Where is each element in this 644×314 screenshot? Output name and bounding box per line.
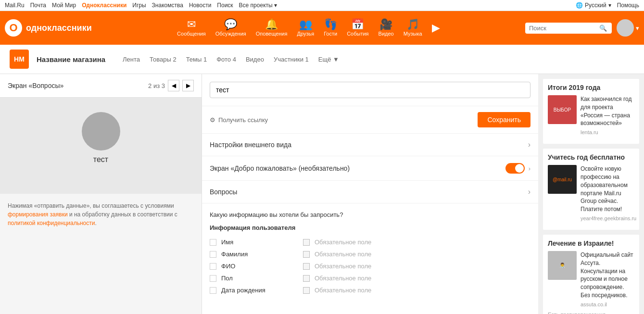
save-button[interactable]: Сохранить xyxy=(478,112,530,127)
required-checkbox-fio[interactable] xyxy=(303,263,310,270)
welcome-screen-toggle[interactable] xyxy=(505,163,525,174)
top-nav-all-projects[interactable]: Все проекты ▾ xyxy=(239,2,277,9)
messages-icon: ✉ xyxy=(187,19,196,30)
nav-music-label: Музыка xyxy=(404,31,422,37)
group-avatar: НМ xyxy=(10,50,29,69)
widget-israel-disclaimer: Есть противопоказания, проконсультируйте… xyxy=(548,311,634,314)
guests-icon: 👣 xyxy=(324,19,337,30)
widget-learn-source: year4free.geekbrains.ru xyxy=(581,215,636,221)
search-input[interactable] xyxy=(529,25,596,32)
profile-name-preview: тест xyxy=(93,155,108,164)
top-nav-pochta[interactable]: Почта xyxy=(30,2,46,9)
help-link[interactable]: Помощь xyxy=(617,2,639,9)
widget-learn-title: Учитесь год бесплатно xyxy=(548,153,634,161)
widget-israel-img: 👨‍⚕️ xyxy=(548,251,577,280)
required-checkbox-imya[interactable] xyxy=(303,239,310,246)
get-link-row: ⚙ Получить ссылку Сохранить xyxy=(202,106,538,134)
consent-end: . xyxy=(95,220,96,226)
notifications-icon: 🔔 xyxy=(265,19,278,30)
logo-text: одноклассники xyxy=(26,23,92,33)
group-nav-more-label: Ещё ▼ xyxy=(318,56,339,63)
pagination: 2 из 3 ◀ ▶ xyxy=(148,80,194,91)
widget-itogi-img: ВЫБОР xyxy=(548,95,577,124)
nav-messages[interactable]: ✉ Сообщения xyxy=(177,19,206,37)
required-label-familiya: Обязательное поле xyxy=(315,251,371,258)
group-nav-tovary[interactable]: Товары 2 xyxy=(150,56,177,63)
user-avatar[interactable] xyxy=(617,19,634,37)
profile-avatar-preview xyxy=(82,112,120,151)
welcome-screen-label: Экран «Добро пожаловать» (необязательно) xyxy=(210,164,350,172)
field-checkbox-dob[interactable] xyxy=(210,287,216,294)
group-nav-foto[interactable]: Фото 4 xyxy=(216,56,236,63)
get-link-button[interactable]: ⚙ Получить ссылку xyxy=(210,116,268,124)
widget-itogi-source: lenta.ru xyxy=(581,129,634,135)
field-name-familiya: Фамилия xyxy=(221,251,279,258)
nav-icons-group: ✉ Сообщения 💬 Обсуждения 🔔 Оповещения 👥 … xyxy=(92,19,525,37)
nav-music[interactable]: 🎵 Музыка xyxy=(404,19,422,37)
pagination-text: 2 из 3 xyxy=(148,82,165,89)
nav-friends[interactable]: 👥 Друзья xyxy=(297,19,314,37)
required-checkbox-familiya[interactable] xyxy=(303,251,310,258)
logo[interactable]: О одноклассники xyxy=(5,19,92,37)
nav-friends-label: Друзья xyxy=(297,31,314,37)
nav-guests-label: Гости xyxy=(324,31,337,37)
top-nav-znakomstva[interactable]: Знакомства xyxy=(152,2,183,9)
field-checkbox-pol[interactable] xyxy=(210,275,216,282)
welcome-screen-row: Экран «Добро пожаловать» (необязательно)… xyxy=(202,156,538,181)
user-menu-chevron[interactable]: ▾ xyxy=(636,25,639,32)
welcome-section-arrow: › xyxy=(529,165,530,172)
required-label-imya: Обязательное поле xyxy=(315,239,371,246)
field-checkbox-imya[interactable] xyxy=(210,239,216,246)
group-nav-video[interactable]: Видео xyxy=(246,56,264,63)
name-input[interactable] xyxy=(210,82,530,98)
nav-guests[interactable]: 👣 Гости xyxy=(324,19,337,37)
group-nav-temy[interactable]: Темы 1 xyxy=(186,56,207,63)
top-nav-moimir[interactable]: Мой Мир xyxy=(52,2,76,9)
required-checkbox-pol[interactable] xyxy=(303,275,310,282)
widget-israel-title: Лечение в Израиле! xyxy=(548,239,634,247)
widget-learn-item[interactable]: @mail.ru Освойте новую профессию на обра… xyxy=(548,165,634,221)
appearance-section[interactable]: Настройки внешнего вида › xyxy=(202,134,538,156)
appearance-section-title: Настройки внешнего вида xyxy=(210,141,291,149)
field-row-dob: Дата рождения Обязательное поле xyxy=(210,284,530,296)
right-panel: ⚙ Получить ссылку Сохранить Настройки вн… xyxy=(202,74,538,314)
required-checkbox-dob[interactable] xyxy=(303,287,310,294)
field-checkbox-fio[interactable] xyxy=(210,263,216,270)
nav-notifications[interactable]: 🔔 Оповещения xyxy=(256,19,288,37)
next-page-button[interactable]: ▶ xyxy=(182,80,194,91)
info-request-question: Какую информацию вы хотели бы запросить? xyxy=(210,211,530,218)
top-nav-ok[interactable]: Одноклассники xyxy=(82,2,126,9)
consent-link-forming[interactable]: формирования заявки xyxy=(8,211,68,218)
video-icon: 🎥 xyxy=(379,19,392,30)
top-nav-mailru[interactable]: Mail.Ru xyxy=(5,2,25,9)
field-name-dob: Дата рождения xyxy=(221,287,279,294)
prev-page-button[interactable]: ◀ xyxy=(168,80,179,91)
group-nav-uchastniki[interactable]: Участники 1 xyxy=(274,56,309,63)
field-name-pol: Пол xyxy=(221,275,279,282)
nav-events[interactable]: 📅 События xyxy=(347,19,368,37)
info-request-area: Какую информацию вы хотели бы запросить?… xyxy=(202,203,538,304)
widget-israel-content: Официальный сайт Ассута. Консультации на… xyxy=(581,251,634,307)
top-nav-poisk[interactable]: Поиск xyxy=(217,2,233,9)
widget-israel-item[interactable]: 👨‍⚕️ Официальный сайт Ассута. Консультац… xyxy=(548,251,634,307)
consent-link-privacy[interactable]: политикой конфиденциальности xyxy=(8,220,95,226)
search-bar[interactable]: 🔍 xyxy=(525,23,612,34)
required-label-dob: Обязательное поле xyxy=(315,287,371,294)
profile-preview: тест xyxy=(0,98,202,194)
nav-play[interactable]: ▶ xyxy=(432,23,440,33)
group-nav-more[interactable]: Ещё ▼ xyxy=(318,56,339,63)
nav-discussions[interactable]: 💬 Обсуждения xyxy=(215,19,246,37)
nav-video[interactable]: 🎥 Видео xyxy=(379,19,394,37)
field-checkbox-familiya[interactable] xyxy=(210,251,216,258)
questions-section-arrow: › xyxy=(528,188,530,196)
widget-itogi-item[interactable]: ВЫБОР Как закончился год для проекта «Ро… xyxy=(548,95,634,135)
top-nav-igry[interactable]: Игры xyxy=(132,2,146,9)
language-selector[interactable]: 🌐 Русский ▾ xyxy=(576,2,611,9)
group-nav-lenta[interactable]: Лента xyxy=(123,56,140,63)
right-sidebar: Итоги 2019 года ВЫБОР Как закончился год… xyxy=(538,74,644,314)
group-name: Название магазина xyxy=(37,55,105,63)
consent-mid: и на обработку данных в соответствии с xyxy=(68,211,177,218)
group-header: НМ Название магазина Лента Товары 2 Темы… xyxy=(0,45,644,74)
top-nav-novosti[interactable]: Новости xyxy=(189,2,211,9)
questions-section[interactable]: Вопросы › xyxy=(202,181,538,203)
